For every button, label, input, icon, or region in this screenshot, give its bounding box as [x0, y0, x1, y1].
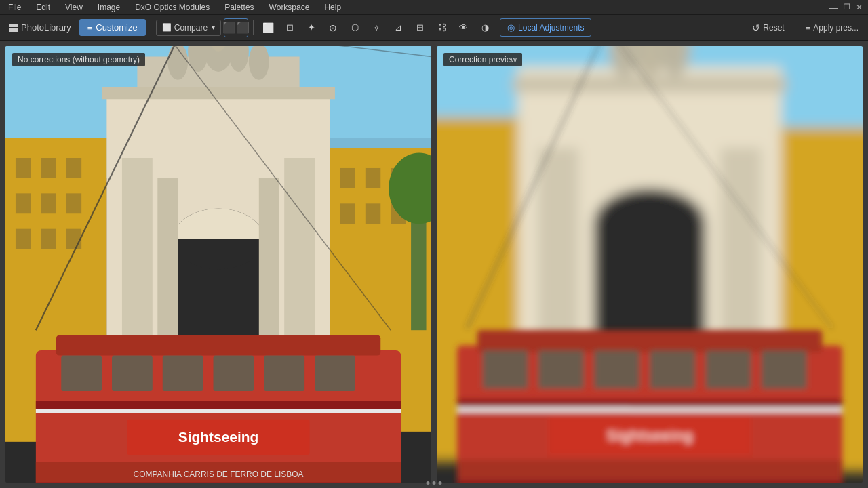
separator-1: [151, 20, 151, 35]
close-button[interactable]: ✕: [856, 3, 863, 12]
exposure-button[interactable]: ◑: [475, 18, 494, 37]
svg-point-75: [594, 188, 705, 260]
grid-icon: [9, 24, 18, 32]
center-dot-2: [433, 481, 436, 485]
svg-rect-45: [36, 401, 401, 409]
svg-text:Sightseeing: Sightseeing: [607, 427, 693, 444]
spot-button[interactable]: ⊙: [323, 18, 342, 37]
svg-rect-52: [315, 356, 355, 391]
eyedropper-icon: ✦: [308, 22, 315, 33]
crop-icon: ⊡: [286, 22, 294, 33]
local-adj-icon: ◎: [507, 22, 515, 33]
svg-rect-87: [650, 350, 695, 389]
svg-rect-65: [411, 209, 426, 330]
svg-rect-19: [366, 168, 380, 188]
customize-label: Customize: [96, 22, 137, 33]
bracket-icon: ⊿: [395, 22, 402, 33]
svg-rect-49: [163, 356, 203, 391]
svg-rect-14: [41, 229, 56, 249]
menu-view[interactable]: View: [62, 3, 85, 12]
svg-rect-86: [594, 350, 639, 389]
link-icon: ⛓: [437, 22, 446, 33]
separator-2: [253, 20, 254, 35]
restore-button[interactable]: ❐: [844, 3, 850, 12]
reset-button[interactable]: ↺ Reset: [747, 20, 789, 36]
eye-icon: 👁: [459, 22, 468, 33]
minimize-button[interactable]: —: [829, 2, 838, 13]
svg-rect-51: [264, 356, 304, 391]
svg-rect-18: [340, 168, 355, 188]
svg-rect-22: [366, 203, 380, 224]
left-image-panel: No corrections (without geometry): [5, 46, 431, 483]
menu-file[interactable]: File: [5, 3, 24, 12]
svg-rect-50: [214, 356, 254, 391]
lasso-button[interactable]: ⟡: [367, 18, 386, 37]
split-view-icon: ⬛⬛: [222, 21, 250, 34]
svg-rect-83: [477, 330, 822, 352]
svg-text:COMPANHIA CARRIS DE FERRO DE L: COMPANHIA CARRIS DE FERRO DE LISBOA: [134, 470, 304, 479]
compare-icon: ⬜: [162, 23, 172, 32]
svg-rect-95: [457, 480, 842, 483]
svg-rect-8: [41, 158, 56, 178]
center-dot-1: [427, 481, 430, 485]
exposure-icon: ◑: [481, 22, 489, 33]
reset-icon: ↺: [752, 22, 760, 33]
svg-rect-11: [41, 193, 56, 214]
svg-rect-44: [56, 336, 380, 356]
svg-rect-90: [457, 399, 842, 407]
polygon-button[interactable]: ⬡: [345, 18, 364, 37]
compare-button[interactable]: ⬜ Compare ▾: [156, 20, 221, 36]
polygon-icon: ⬡: [351, 22, 359, 33]
svg-rect-84: [482, 350, 528, 389]
right-image: Sightseeing: [437, 46, 863, 483]
svg-rect-48: [112, 356, 153, 391]
eye-button[interactable]: 👁: [454, 18, 473, 37]
reset-label: Reset: [763, 23, 784, 33]
svg-rect-7: [16, 158, 31, 178]
grid-tool-icon: ⊞: [416, 22, 424, 33]
apply-preset-icon: ≡: [806, 22, 811, 33]
svg-rect-57: [36, 482, 401, 483]
svg-rect-91: [457, 407, 842, 412]
svg-rect-12: [66, 193, 81, 214]
split-view-button[interactable]: ⬛⬛: [224, 18, 248, 37]
center-indicator: [427, 481, 442, 485]
svg-rect-13: [16, 229, 31, 249]
spot-icon: ⊙: [329, 22, 337, 33]
svg-rect-89: [761, 350, 806, 389]
photo-library-button[interactable]: PhotoLibrary: [4, 20, 77, 35]
svg-rect-21: [340, 203, 355, 224]
link-button[interactable]: ⛓: [432, 18, 451, 37]
menu-palettes[interactable]: Palettes: [222, 3, 256, 12]
single-view-button[interactable]: ⬜: [258, 18, 277, 37]
menu-workspace[interactable]: Workspace: [267, 3, 313, 12]
apply-preset-label: Apply pres...: [813, 23, 859, 33]
lasso-icon: ⟡: [374, 22, 380, 33]
svg-rect-42: [102, 87, 335, 99]
menu-edit[interactable]: Edit: [33, 3, 53, 12]
photo-library-label: PhotoLibrary: [21, 22, 71, 33]
svg-rect-88: [705, 350, 751, 389]
apply-preset-button[interactable]: ≡ Apply pres...: [800, 20, 864, 35]
svg-rect-9: [66, 158, 81, 178]
sliders-icon: ≡: [87, 22, 93, 33]
grid-tool-button[interactable]: ⊞: [410, 18, 429, 37]
svg-text:Sightseeing: Sightseeing: [178, 429, 259, 445]
crop-button[interactable]: ⊡: [280, 18, 299, 37]
svg-rect-94: [457, 460, 842, 483]
menu-image[interactable]: Image: [95, 3, 123, 12]
chevron-down-icon: ▾: [212, 24, 215, 31]
menu-help[interactable]: Help: [321, 3, 344, 12]
svg-rect-46: [36, 409, 401, 413]
local-adjustments-button[interactable]: ◎ Local Adjustments: [500, 18, 591, 37]
eyedropper-button[interactable]: ✦: [302, 18, 321, 37]
svg-rect-47: [61, 356, 102, 391]
menu-dxo-optics[interactable]: DxO Optics Modules: [132, 3, 212, 12]
bracket-button[interactable]: ⊿: [389, 18, 408, 37]
customize-button[interactable]: ≡ Customize: [79, 19, 146, 36]
svg-rect-85: [538, 350, 584, 389]
local-adjustments-label: Local Adjustments: [518, 23, 584, 33]
svg-rect-15: [66, 229, 81, 249]
single-view-icon: ⬜: [262, 22, 274, 33]
separator-3: [795, 20, 795, 35]
